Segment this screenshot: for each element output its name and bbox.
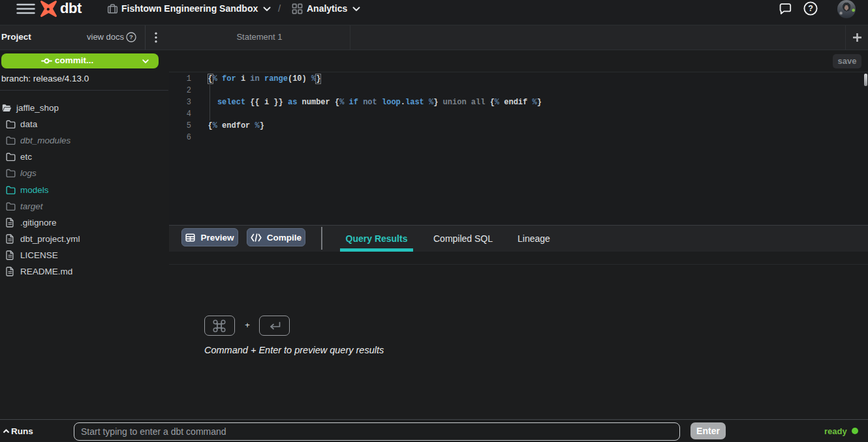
svg-text:?: ? [129, 33, 133, 40]
svg-text:?: ? [808, 4, 813, 13]
